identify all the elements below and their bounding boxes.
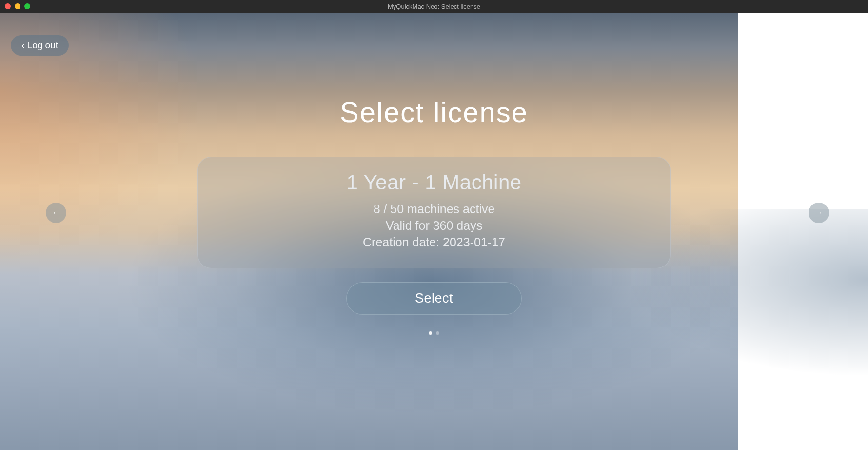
select-button[interactable]: Select	[346, 282, 522, 315]
page-title: Select license	[340, 96, 528, 128]
license-creation-date: Creation date: 2023-01-17	[363, 234, 505, 251]
license-card: 1 Year - 1 Machine 8 / 50 machines activ…	[197, 157, 671, 268]
minimize-window-button[interactable]	[15, 3, 20, 9]
pagination-dots	[429, 331, 439, 335]
arrow-right-icon: →	[815, 208, 823, 217]
traffic-lights	[5, 3, 30, 9]
license-machines-active: 8 / 50 machines active	[374, 201, 495, 218]
maximize-window-button[interactable]	[24, 3, 30, 9]
content-area: ‹ Log out Select license ← 1 Year - 1 Ma…	[0, 13, 868, 450]
page-dot-2[interactable]	[436, 331, 439, 335]
license-title: 1 Year - 1 Machine	[346, 171, 521, 194]
window-title: MyQuickMac Neo: Select license	[388, 3, 480, 10]
license-carousel: ← 1 Year - 1 Machine 8 / 50 machines act…	[0, 157, 868, 268]
license-validity: Valid for 360 days	[386, 218, 482, 234]
app-window: MyQuickMac Neo: Select license ‹ Log out…	[0, 0, 868, 450]
logout-button[interactable]: ‹ Log out	[11, 35, 69, 56]
previous-license-button[interactable]: ←	[46, 203, 66, 223]
arrow-left-icon: ←	[52, 208, 60, 217]
next-license-button[interactable]: →	[809, 203, 829, 223]
main-area: Select license ← 1 Year - 1 Machine 8 / …	[0, 13, 868, 450]
close-window-button[interactable]	[5, 3, 11, 9]
titlebar: MyQuickMac Neo: Select license	[0, 0, 868, 13]
page-dot-1[interactable]	[429, 331, 432, 335]
